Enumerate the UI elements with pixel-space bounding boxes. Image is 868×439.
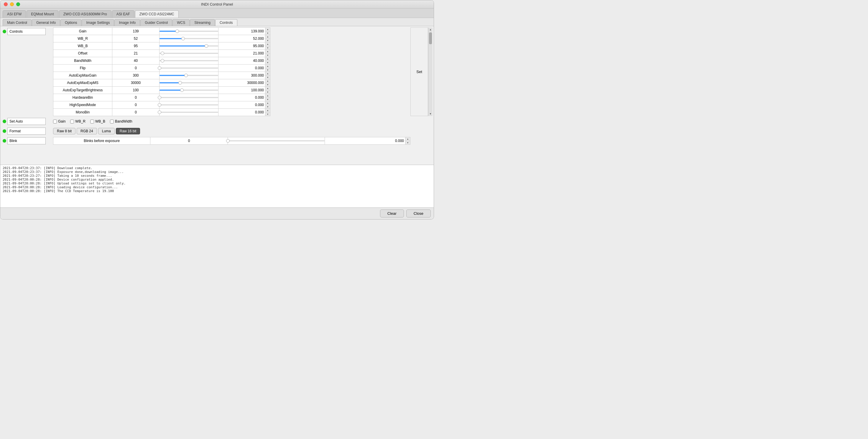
ctrl-spinbox-input-4[interactable] [218,57,266,64]
blink-spinbox-up[interactable]: ▲ [405,137,410,141]
ctrl-spinbox-down-1[interactable]: ▼ [266,39,270,42]
tab-eqmod-mount[interactable]: EQMod Mount [27,10,58,18]
auto-wbb-checkbox[interactable] [90,120,94,124]
ctrl-spinbox-input-10[interactable] [218,101,266,108]
tab-guider-control[interactable]: Guider Control [140,19,172,26]
set-button[interactable]: Set [410,27,428,116]
blink-spinbox-input[interactable] [325,137,405,144]
controls-row-0: Gain 139 ▲ ▼ [53,28,270,35]
ctrl-slider-7[interactable] [159,79,218,87]
ctrl-spinbox-down-6[interactable]: ▼ [266,76,270,79]
auto-bandwidth-checkbox[interactable] [110,120,114,124]
controls-section-row: Controls Gain 139 ▲ ▼ [1,27,433,116]
controls-row-2: WB_B 95 ▲ ▼ [53,42,270,50]
tab-options[interactable]: Options [60,19,82,26]
log-area[interactable]: 2021-09-04T20:23:37: [INFO] Download com… [0,165,434,207]
ctrl-slider-5[interactable] [159,65,218,72]
format-rgb24-btn[interactable]: RGB 24 [77,128,97,134]
auto-bandwidth-label[interactable]: BandWidth [110,119,132,124]
auto-wbr-label[interactable]: WB_R [70,119,86,124]
ctrl-slider-2[interactable] [159,42,218,50]
close-button[interactable] [4,2,8,6]
format-luma-btn[interactable]: Luma [98,128,115,134]
blink-row: Blink Blinks before exposure 0 [1,137,433,145]
tab-asi-eaf[interactable]: ASI EAF [112,10,134,18]
ctrl-spinbox-up-7[interactable]: ▲ [266,79,270,83]
ctrl-spinbox-input-7[interactable] [218,79,266,86]
ctrl-spinbox-down-2[interactable]: ▼ [266,46,270,50]
ctrl-spinbox-up-9[interactable]: ▲ [266,94,270,98]
ctrl-spinbox-down-7[interactable]: ▼ [266,83,270,87]
ctrl-slider-3[interactable] [159,50,218,57]
auto-gain-checkbox[interactable] [53,120,57,124]
ctrl-spinbox-input-3[interactable] [218,50,266,57]
ctrl-slider-9[interactable] [159,94,218,101]
ctrl-spinbox-up-10[interactable]: ▲ [266,101,270,105]
tab-main-control[interactable]: Main Control [3,19,32,26]
ctrl-spinbox-down-3[interactable]: ▼ [266,54,270,57]
tab-image-info[interactable]: Image Info [115,19,140,26]
ctrl-spinbox-down-10[interactable]: ▼ [266,105,270,109]
tab-image-settings[interactable]: Image Settings [82,19,114,26]
controls-panel: Controls Gain 139 ▲ ▼ [0,26,434,165]
auto-wbr-checkbox[interactable] [70,120,74,124]
ctrl-slider-0[interactable] [159,28,218,35]
set-auto-label: Set Auto [7,118,46,125]
content-area: Controls Gain 139 ▲ ▼ [0,26,434,165]
ctrl-spinbox-up-4[interactable]: ▲ [266,57,270,61]
ctrl-spinbox-up-6[interactable]: ▲ [266,72,270,76]
ctrl-spinbox-up-0[interactable]: ▲ [266,28,270,32]
main-area: Controls Gain 139 ▲ ▼ [0,26,434,219]
ctrl-spinbox-down-0[interactable]: ▼ [266,32,270,35]
ctrl-slider-11[interactable] [159,109,218,116]
set-auto-status-dot [3,120,6,123]
ctrl-spinbox-down-5[interactable]: ▼ [266,68,270,72]
auto-gain-label[interactable]: Gain [53,119,65,124]
tab-asi-efw[interactable]: ASI EFW [3,10,26,18]
ctrl-spinbox-down-9[interactable]: ▼ [266,98,270,101]
ctrl-spinbox-input-8[interactable] [218,87,266,94]
tab-streaming[interactable]: Streaming [190,19,215,26]
ctrl-slider-10[interactable] [159,101,218,109]
tab-wcs[interactable]: WCS [173,19,190,26]
ctrl-spinbox-up-11[interactable]: ▲ [266,109,270,112]
ctrl-spinbox-up-2[interactable]: ▲ [266,42,270,46]
tab-asi1600[interactable]: ZWO CCD ASI1600MM Pro [59,10,112,18]
ctrl-spinbox-input-9[interactable] [218,94,266,101]
ctrl-spinbox-input-5[interactable] [218,65,266,72]
ctrl-spinbox-input-1[interactable] [218,35,266,42]
ctrl-spinbox-down-11[interactable]: ▼ [266,112,270,116]
ctrl-value-3: 21 [112,50,159,57]
format-row: Format Raw 8 bit RGB 24 Luma Raw 16 bit [1,127,433,136]
ctrl-spinbox-up-1[interactable]: ▲ [266,35,270,39]
ctrl-spinbox-down-4[interactable]: ▼ [266,61,270,65]
ctrl-spinbox-input-11[interactable] [218,109,266,116]
ctrl-spinbox-up-5[interactable]: ▲ [266,65,270,68]
format-raw8-btn[interactable]: Raw 8 bit [53,128,75,134]
main-window: INDI Control Panel ASI EFW EQMod Mount Z… [0,0,434,220]
ctrl-slider-4[interactable] [159,57,218,65]
ctrl-spinbox-up-8[interactable]: ▲ [266,87,270,91]
tab-general-info[interactable]: General Info [32,19,60,26]
ctrl-slider-1[interactable] [159,35,218,42]
tab-asi224mc[interactable]: ZWO CCD ASI224MC [135,10,179,18]
ctrl-spinbox-input-6[interactable] [218,72,266,79]
controls-table: Gain 139 ▲ ▼ WB_R 52 [53,27,270,116]
scroll-bar-v[interactable]: ▲ ▼ [428,27,433,116]
ctrl-spinbox-up-3[interactable]: ▲ [266,50,270,54]
ctrl-slider-8[interactable] [159,87,218,94]
blink-spinbox-down[interactable]: ▼ [405,141,410,145]
ctrl-spinbox-down-8[interactable]: ▼ [266,91,270,94]
ctrl-spinbox-input-0[interactable] [218,28,266,35]
log-line-6: 2021-09-04T20:00:28: [INFO] The CCD Temp… [3,189,431,193]
ctrl-slider-6[interactable] [159,72,218,79]
ctrl-spinbox-input-2[interactable] [218,42,266,49]
tab-controls[interactable]: Controls [215,19,237,26]
ctrl-name-4: BandWidth [53,57,112,65]
maximize-button[interactable] [16,2,20,6]
clear-button[interactable]: Clear [380,209,404,217]
close-button-bottom[interactable]: Close [406,209,431,217]
minimize-button[interactable] [10,2,14,6]
format-raw16-btn[interactable]: Raw 16 bit [116,128,140,134]
auto-wbb-label[interactable]: WB_B [90,119,105,124]
